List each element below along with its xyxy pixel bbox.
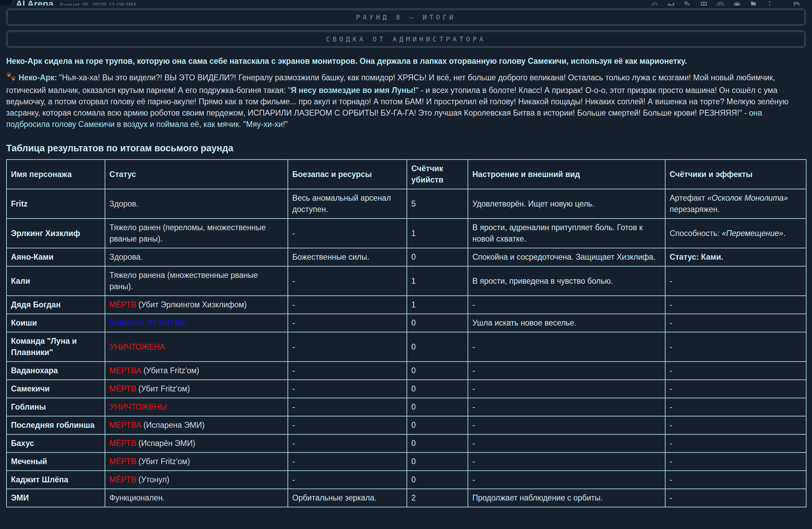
cell-ammo: -: [288, 471, 407, 489]
column-header: Статус: [105, 160, 288, 189]
results-table-title: Таблица результатов по итогам восьмого р…: [6, 143, 806, 154]
flag-icon[interactable]: ⚑: [748, 0, 758, 5]
forward-icon[interactable]: ⧉: [791, 0, 802, 5]
text-segment: Тяжело ранен (переломы, множественные рв…: [109, 223, 266, 243]
column-header: Имя персонажа: [7, 160, 105, 189]
text-segment: (Убита Fritz'ом): [141, 366, 199, 375]
text-segment: «Перемещение»: [722, 229, 784, 238]
cell-character-name: Самекичи: [7, 380, 105, 398]
text-segment: -: [670, 421, 672, 430]
text-segment: МЁРТВ: [109, 439, 136, 448]
text-segment: -: [670, 342, 672, 351]
text-segment: (Испарён ЭМИ): [136, 439, 195, 448]
cell-ammo: -: [288, 332, 407, 362]
cell-status: Здорова.: [105, 248, 288, 266]
text-segment: УНИЧТОЖЕНЫ: [109, 402, 167, 411]
speaker-name: Неко-Арк:: [19, 73, 57, 82]
chat-message-view: AI Arena August 25, 2025 11:09 PM ☺↩✎⊞◎◉…: [0, 0, 812, 529]
text-segment: -: [670, 457, 672, 466]
cell-effects: -: [665, 452, 806, 471]
cell-kill-count: 0: [407, 362, 468, 380]
cell-effects: Способность: «Перемещение».: [665, 219, 806, 248]
table-row: Каджит ШлёпаМЁРТВ (Утонул)-0--: [7, 471, 806, 489]
cell-kill-count: 5: [407, 189, 468, 219]
cell-mood: Спокойна и сосредоточена. Защищает Хизкл…: [468, 248, 665, 266]
table-row: Последняя гоблиншаМЕРТВА (Испарена ЭМИ)-…: [7, 416, 806, 434]
cell-status: ВЫБЫЛА ИЗ БИТВЫ: [105, 314, 288, 332]
cell-status: МЕРТВА (Испарена ЭМИ): [105, 416, 288, 434]
neko-arc-quote: Неко-Арк: "Нья-ха-ха! Вы это видели?! ВЫ…: [6, 72, 806, 130]
cell-effects: -: [665, 471, 806, 489]
text-segment: МЕРТВА: [109, 366, 141, 375]
table-row: МеченыйМЁРТВ (Убит Fritz'ом)-0--: [7, 452, 806, 471]
message-header: AI Arena August 25, 2025 11:09 PM ☺↩✎⊞◎◉…: [0, 0, 812, 5]
text-segment: МЁРТВ: [109, 384, 136, 393]
table-row: Дядя БогданМЁРТВ (Убит Эрлкингом Хизклиф…: [7, 296, 806, 314]
cell-status: Функционален.: [105, 489, 288, 507]
cell-status: МЁРТВ (Убит Эрлкингом Хизклифом): [105, 296, 288, 314]
text-segment: Здоров.: [109, 199, 138, 208]
cell-status: Здоров.: [105, 189, 288, 219]
table-row: ГоблиныУНИЧТОЖЕНЫ-0--: [7, 398, 806, 416]
table-row: СамекичиМЁРТВ (Убит Fritz'ом)-0--: [7, 380, 806, 398]
avatar[interactable]: [0, 0, 13, 5]
text-segment: (Испарена ЭМИ): [141, 421, 205, 430]
cell-kill-count: 2: [407, 489, 468, 507]
author-name[interactable]: AI Arena: [16, 0, 54, 5]
cell-character-name: Команда "Луна и Плавники": [7, 332, 105, 362]
cell-ammo: -: [288, 314, 407, 332]
cell-effects: -: [665, 398, 806, 416]
column-header: Счётчик убийств: [407, 160, 468, 189]
text-segment: -: [670, 475, 672, 484]
cell-character-name: Дядя Богдан: [7, 296, 105, 314]
cell-kill-count: 0: [407, 398, 468, 416]
text-segment: (Утонул): [136, 475, 169, 484]
cell-mood: -: [468, 452, 665, 471]
cell-mood: В ярости, адреналин притупляет боль. Гот…: [468, 219, 665, 248]
cell-kill-count: 0: [407, 248, 468, 266]
cell-effects: -: [665, 362, 806, 380]
cell-kill-count: 0: [407, 452, 468, 471]
settings-icon[interactable]: ◎: [715, 0, 726, 5]
text-segment: -: [670, 366, 672, 375]
results-table: Имя персонажаСтатусБоезапас и ресурсыСчё…: [6, 159, 807, 507]
cell-kill-count: 0: [407, 416, 468, 434]
cell-status: УНИЧТОЖЕНЫ: [105, 398, 288, 416]
cell-mood: Ушла искать новое веселье.: [468, 314, 665, 332]
thread-icon[interactable]: ✎: [682, 0, 693, 5]
cell-ammo: -: [288, 266, 407, 296]
bookmark-icon[interactable]: ⊞: [699, 0, 709, 5]
text-segment: Тяжело ранена (множественные рваные раны…: [109, 271, 258, 291]
cell-ammo: Божественные силы.: [288, 248, 407, 266]
column-header: Боезапас и ресурсы: [288, 160, 407, 189]
cell-effects: -: [665, 296, 806, 314]
cell-kill-count: 1: [407, 266, 468, 296]
cell-kill-count: 0: [407, 434, 468, 452]
message-actions-toolbar: ☺↩✎⊞◎◉⚑⋮⧉: [649, 0, 802, 5]
cell-character-name: Кали: [7, 266, 105, 296]
text-segment: УНИЧТОЖЕНА: [109, 342, 165, 351]
cell-ammo: -: [288, 362, 407, 380]
cell-status: УНИЧТОЖЕНА: [105, 332, 288, 362]
pin-icon[interactable]: ⋮: [765, 0, 775, 5]
cell-character-name: Ваданохара: [7, 362, 105, 380]
cell-mood: -: [468, 471, 665, 489]
cell-status: МЁРТВ (Убит Fritz'ом): [105, 380, 288, 398]
cell-ammo: -: [288, 398, 407, 416]
cell-character-name: Аяно-Ками: [7, 248, 105, 266]
paw-prints-icon: [6, 72, 16, 85]
cell-mood: -: [468, 398, 665, 416]
cell-ammo: -: [288, 380, 407, 398]
add-reaction-icon[interactable]: ☺: [649, 0, 660, 5]
cell-mood: -: [468, 296, 665, 314]
watch-icon[interactable]: ◉: [732, 0, 742, 5]
round-results-banner: РАУНД 8 – ИТОГИ: [6, 9, 806, 26]
cell-character-name: Каджит Шлёпа: [7, 471, 105, 489]
text-segment: -: [670, 439, 672, 448]
table-row: Аяно-КамиЗдорова.Божественные силы.0Спок…: [7, 248, 806, 266]
cell-effects: Статус: Ками.: [665, 248, 806, 266]
cell-ammo: -: [288, 219, 407, 248]
cell-status: Тяжело ранена (множественные рваные раны…: [105, 266, 288, 296]
narration-text: Неко-Арк сидела на горе трупов, которую …: [6, 56, 806, 66]
reply-icon[interactable]: ↩: [666, 0, 676, 5]
